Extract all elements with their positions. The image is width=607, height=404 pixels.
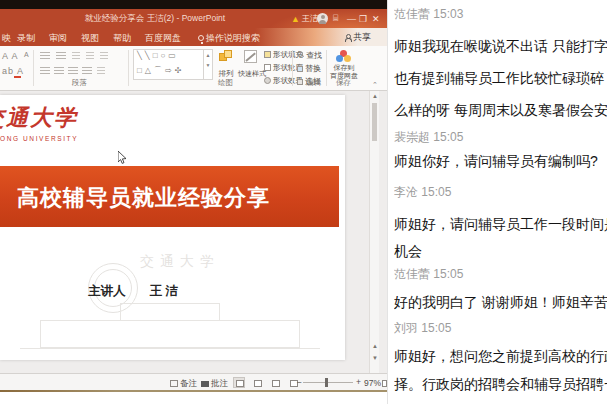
scroll-up-icon[interactable]: ▲ [370,93,380,99]
arrange-icon [219,50,233,63]
tab-view[interactable]: 视图 [81,32,99,45]
watermark-text: 交通大学 [140,253,220,271]
collapse-ribbon-icon[interactable]: ⌃ [372,81,378,89]
align-center-button[interactable] [54,67,64,76]
numbering-button[interactable] [56,52,66,61]
columns-button[interactable] [97,67,105,76]
tab-review[interactable]: 审阅 [49,32,67,45]
reading-view-button[interactable] [269,377,281,388]
comments-toggle[interactable]: 批注 [201,378,228,390]
baidu-netdisk-icon[interactable] [336,50,352,63]
font-size-buttons[interactable]: A A [2,51,19,61]
vertical-scrollbar[interactable]: ▲ ▲ ▼ [369,91,379,373]
shapes-scroll-buttons[interactable]: ▲▼ [203,50,212,79]
title-banner[interactable]: 高校辅导员就业经验分享 [0,166,339,227]
tell-me-search[interactable]: 操作说明搜索 [198,32,260,45]
slide-title: 高校辅导员就业经验分享 [17,183,270,213]
avatar-shoulders [319,20,326,24]
ribbon-display-options-button[interactable]: ⌸ [333,12,346,25]
align-left-button[interactable] [40,67,50,76]
scrollbar-thumb[interactable] [372,103,377,141]
restore-button[interactable]: ❐ [359,12,372,25]
chat-panel[interactable]: 范佳蕾 15:03 师姐我现在喉咙说不出话 只能打字了 想问 也有提到辅导员工作… [387,0,607,404]
search-icon [297,51,304,58]
zoom-in-button[interactable]: + [356,377,361,387]
chat-author-time: 李沧 15:05 [394,184,607,201]
slide-editing-area: 交通大学 AOTONG UNIVERSITY 高校辅导员就业经验分享 交通大学 [0,91,387,373]
save-group-label: 保存 [336,78,351,88]
chat-author-time: 刘羽 15:05 [394,320,607,337]
chat-message: 师姐好，想问您之前提到高校的行政岗也是 [394,348,607,366]
powerpoint-window: 就业经验分享会 王洁(2) - PowerPoint ▲ 王洁 ⌸ — ❐ ✕ … [0,0,387,392]
select-cursor-icon [297,79,303,85]
replace-button[interactable]: 替换 [297,63,321,74]
chat-message: 师姐我现在喉咙说不出话 只能打字了 想问 [394,38,607,56]
zoom-out-button[interactable]: − [297,377,302,387]
warning-icon: ▲ [291,12,300,25]
university-logo: 交通大学 AOTONG UNIVERSITY [0,103,78,142]
fit-to-window-button[interactable] [379,377,387,388]
quick-styles-button[interactable]: 快速样式 [238,49,262,79]
line-spacing-button[interactable] [100,52,108,61]
screen: 就业经验分享会 王洁(2) - PowerPoint ▲ 王洁 ⌸ — ❐ ✕ … [0,0,607,404]
shapes-row-2: □△⌒⇨✣ [137,65,184,76]
presenter-name: 王 洁 [150,284,178,298]
person-icon [344,34,351,42]
previous-slide-button[interactable]: ▲ [370,343,380,349]
share-button[interactable]: 共享 [344,31,371,44]
notes-toggle[interactable]: 备注 [170,378,197,390]
chat-message: 也有提到辅导员工作比较忙碌琐碎 那么具 [394,70,607,88]
chat-message: 好的我明白了 谢谢师姐！师姐辛苦了 [394,294,607,312]
chat-author-time: 范佳蕾 15:05 [394,266,607,283]
tab-record[interactable]: 录制 [17,32,35,45]
watermark-groundline [20,348,320,349]
zoom-slider-thumb[interactable] [325,378,328,387]
tab-baidu-netdisk[interactable]: 百度网盘 [145,32,181,45]
shapes-row-1: ╲╲□○▭ [137,51,179,60]
editing-group-label: 编辑 [306,78,321,88]
zoom-slider-track[interactable] [303,382,353,383]
increase-indent-button[interactable] [86,52,94,61]
window-title: 就业经验分享会 王洁(2) - PowerPoint [55,13,255,25]
justify-button[interactable] [82,67,92,76]
replace-icon [297,66,303,72]
find-button[interactable]: 查找 [297,50,322,61]
font-color-buttons[interactable]: ab A [2,66,24,76]
tab-slideshow-partial[interactable]: 映 [2,32,11,45]
font-color-swatch [14,76,21,78]
ribbon-tab-row: 映 录制 审阅 视图 帮助 百度网盘 操作说明搜索 共享 [0,28,387,46]
quick-styles-icon [244,50,257,63]
shapes-gallery[interactable]: ╲╲□○▭ □△⌒⇨✣ ▲▼ [133,49,213,80]
chat-message: 师姐好，请问辅导员工作一段时间是不是有 [394,216,607,234]
title-bar: 就业经验分享会 王洁(2) - PowerPoint ▲ 王洁 ⌸ — ❐ ✕ [0,9,387,28]
normal-view-button[interactable] [233,377,245,388]
presenter-line[interactable]: 主讲人王 洁 [88,283,178,300]
ribbon: A A A ab A 段落 ╲╲□○▭ □△⌒⇨✣ ▲▼ [0,46,387,91]
chat-message: 择。行政岗的招聘会和辅导员招聘一起吗? [394,376,607,394]
arrange-button[interactable]: 排列 [214,49,238,79]
decrease-indent-button[interactable] [72,52,80,61]
clear-format-button[interactable]: A [24,51,31,58]
university-logo-en: AOTONG UNIVERSITY [0,135,78,142]
lightbulb-icon [198,35,204,41]
bullets-button[interactable] [40,52,50,61]
presenter-label: 主讲人 [88,284,126,298]
watermark-building-top [120,303,220,321]
university-logo-cn: 交通大学 [0,103,78,133]
tab-help[interactable]: 帮助 [113,32,131,45]
chat-message: 么样的呀 每周周末以及寒暑假会安排工作 [394,102,607,120]
comments-icon [201,381,209,387]
user-avatar[interactable] [317,13,328,24]
shape-effects-icon [264,77,271,84]
divider [33,50,34,86]
align-right-button[interactable] [68,67,78,76]
titlebar-user-name: 王洁 [302,12,318,25]
chat-author-time: 范佳蕾 15:03 [394,6,607,23]
watermark-building [40,320,300,348]
next-slide-button[interactable]: ▼ [370,355,380,361]
slide-sorter-view-button[interactable] [251,377,263,388]
chat-author-time: 裴崇超 15:05 [394,129,607,146]
divider [292,50,293,86]
slide-canvas[interactable]: 交通大学 AOTONG UNIVERSITY 高校辅导员就业经验分享 交通大学 [0,95,345,360]
close-button[interactable]: ✕ [372,12,385,25]
